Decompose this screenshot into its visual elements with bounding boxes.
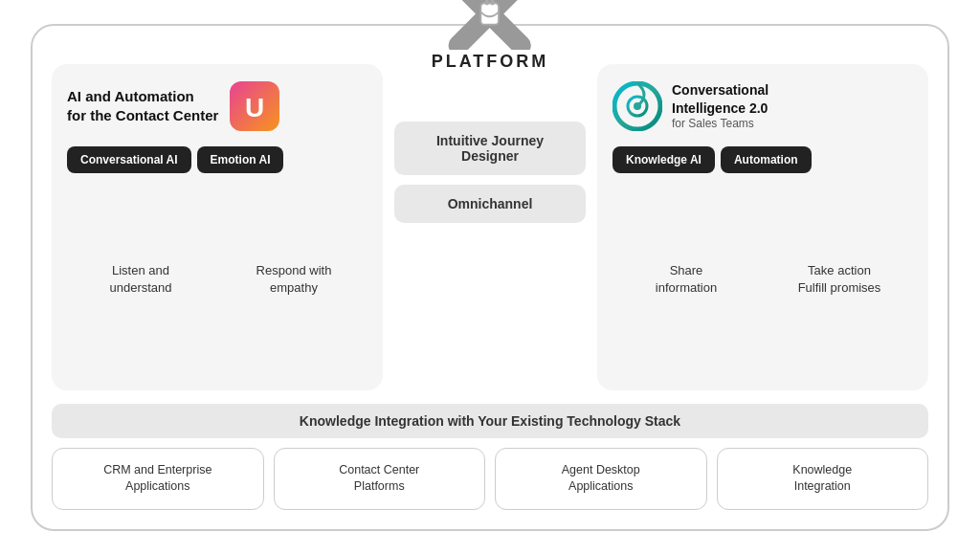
- ai-title: AI and Automation for the Contact Center: [67, 87, 218, 124]
- crm-box: CRM and Enterprise Applications: [52, 448, 264, 510]
- ci-subtitle-text: for Sales Teams: [672, 117, 768, 130]
- left-panel-header: AI and Automation for the Contact Center…: [67, 81, 368, 131]
- right-panel: Conversational Intelligence 2.0 for Sale…: [597, 64, 928, 390]
- feature-respond: Respond with empathy: [220, 185, 368, 375]
- contact-center-box: Contact Center Platforms: [274, 448, 486, 510]
- left-features-row: Listen and understand Respond with empat…: [67, 185, 368, 375]
- feature-action: Take action Fulfill promises: [766, 185, 913, 375]
- knowledge-integration-box: Knowledge Integration: [717, 448, 929, 510]
- feature-listen: Listen and understand: [67, 185, 214, 375]
- left-panel-tabs: Conversational AI Emotion AI: [67, 146, 368, 173]
- u-logo-icon: U: [230, 81, 279, 131]
- omnichannel-box: Omnichannel: [394, 185, 586, 223]
- knowledge-ai-tab[interactable]: Knowledge AI: [612, 146, 715, 173]
- ci-title-text: Conversational Intelligence 2.0: [672, 81, 768, 116]
- platform-label: PLATFORM: [432, 52, 549, 72]
- bottom-section: Knowledge Integration with Your Existing…: [52, 404, 928, 510]
- emotion-ai-tab[interactable]: Emotion AI: [197, 146, 284, 173]
- feature-share: Share information: [612, 185, 760, 375]
- svg-rect-4: [491, 0, 495, 5]
- right-panel-tabs: Knowledge AI Automation: [612, 146, 913, 173]
- right-features-row: Share information Take action Fulfill pr…: [612, 185, 913, 375]
- x-logo-icon: [447, 0, 533, 50]
- ci-title-group: Conversational Intelligence 2.0 for Sale…: [672, 81, 768, 129]
- platform-logo-group: PLATFORM: [432, 0, 549, 72]
- svg-rect-3: [485, 0, 489, 5]
- integration-boxes: CRM and Enterprise Applications Contact …: [52, 448, 928, 510]
- svg-point-9: [634, 102, 641, 110]
- right-panel-header: Conversational Intelligence 2.0 for Sale…: [612, 81, 913, 131]
- left-panel: AI and Automation for the Contact Center…: [52, 64, 383, 390]
- top-section: AI and Automation for the Contact Center…: [52, 64, 928, 390]
- svg-text:U: U: [245, 93, 264, 122]
- agent-desktop-box: Agent Desktop Applications: [495, 448, 707, 510]
- ai-title-text: AI and Automation for the Contact Center: [67, 87, 218, 124]
- ci-logo-icon: [612, 81, 662, 131]
- conversational-ai-tab[interactable]: Conversational AI: [67, 146, 191, 173]
- intuitive-journey-box: Intuitive Journey Designer: [394, 122, 586, 175]
- main-container: PLATFORM AI and Automation for the Conta…: [31, 24, 949, 531]
- mid-panel: Intuitive Journey Designer Omnichannel: [394, 64, 586, 390]
- knowledge-integration-bar: Knowledge Integration with Your Existing…: [52, 404, 928, 438]
- automation-tab[interactable]: Automation: [721, 146, 812, 173]
